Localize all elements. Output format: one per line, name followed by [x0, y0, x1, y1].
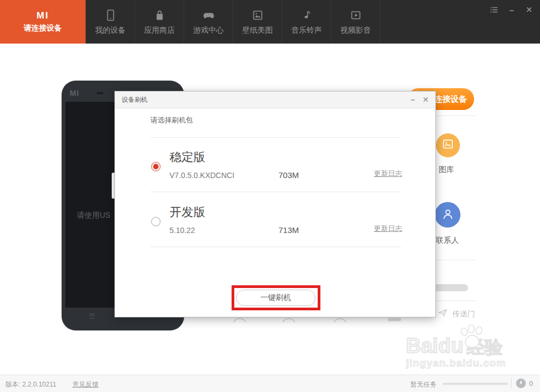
task-progress-track[interactable]: [442, 383, 508, 385]
nav-tabs: 我的设备 应用商店 游戏中心 壁纸美图: [86, 0, 380, 44]
contacts-label: 联系人: [436, 236, 459, 246]
portal-label: 传送门: [452, 309, 475, 319]
mi-pc-suite-window: MI 请连接设备 我的设备 应用商店 游戏中心: [0, 0, 540, 392]
contacts-icon: [440, 206, 456, 224]
scrollbar-thumb[interactable]: [433, 284, 468, 291]
tab-label: 游戏中心: [193, 26, 224, 35]
radio-stable-selected[interactable]: [151, 162, 161, 171]
baidu-jingyan-watermark: Baidu 经验 jingyan.baidu.com: [406, 335, 539, 368]
tab-video[interactable]: 视频影音: [331, 0, 380, 44]
status-bar: 版本: 2.2.0.10211 意见反馈 暂无任务 0: [0, 375, 540, 392]
tab-my-device[interactable]: 我的设备: [86, 0, 135, 44]
one-click-flash-button[interactable]: 一键刷机: [236, 290, 315, 306]
contacts-button[interactable]: [435, 202, 460, 228]
rom-size: 713M: [278, 225, 299, 235]
flash-device-dialog: 设备刷机 – ✕ 请选择刷机包 稳定版 V7.0.5.0.KXDCNCI 703…: [114, 91, 436, 317]
dialog-minimize-button[interactable]: –: [410, 95, 415, 104]
top-navigation-bar: MI 请连接设备 我的设备 应用商店 游戏中心: [0, 0, 540, 44]
radio-developer[interactable]: [151, 217, 161, 226]
tab-label: 我的设备: [95, 26, 126, 35]
paper-plane-icon: [438, 308, 448, 320]
divider: [511, 379, 512, 388]
download-arrow-icon: [518, 378, 524, 388]
gallery-label: 图库: [439, 165, 454, 175]
usb-hint-text: 请使用US: [77, 211, 110, 220]
tab-app-store[interactable]: 应用商店: [135, 0, 184, 44]
window-minimize-button[interactable]: –: [505, 4, 518, 15]
device-icon: [104, 9, 117, 22]
window-controls: – ✕: [488, 4, 536, 15]
gallery-button[interactable]: [436, 133, 460, 157]
tab-music[interactable]: 音乐铃声: [282, 0, 331, 44]
task-status-label: 暂无任务: [410, 380, 436, 389]
phone-menu-softkey-icon: [89, 314, 95, 318]
dialog-title: 设备刷机: [122, 95, 148, 105]
tab-connect-device-active[interactable]: MI 请连接设备: [0, 0, 86, 44]
baidu-paw-icon: [458, 324, 487, 350]
dialog-close-button[interactable]: ✕: [422, 95, 429, 104]
tab-wallpaper[interactable]: 壁纸美图: [233, 0, 282, 44]
download-manager-button[interactable]: [516, 378, 526, 388]
tab-game-center[interactable]: 游戏中心: [184, 0, 233, 44]
mi-logo: MI: [37, 10, 49, 21]
divider: [150, 247, 401, 247]
dialog-controls: – ✕: [410, 95, 429, 104]
phone-speaker: [96, 92, 104, 94]
tab-label: 音乐铃声: [292, 26, 322, 35]
window-close-button[interactable]: ✕: [523, 4, 536, 15]
changelog-link[interactable]: 更新日志: [374, 224, 402, 234]
rom-version: V7.0.5.0.KXDCNCI: [169, 171, 234, 180]
window-menu-icon[interactable]: [488, 4, 501, 15]
connect-device-status-label: 请连接设备: [24, 23, 62, 33]
hidden-icon-arc: [333, 318, 348, 322]
choose-rom-prompt: 请选择刷机包: [150, 115, 193, 125]
phone-mi-logo: MI: [70, 89, 80, 97]
hidden-icon-arc: [282, 318, 297, 322]
watermark-brand-text: Baidu: [406, 335, 464, 356]
divider: [430, 260, 476, 260]
wallpaper-icon: [251, 9, 264, 22]
download-count: 0: [529, 379, 533, 388]
watermark-url-text: jingyan.baidu.com: [406, 358, 539, 368]
portal-button[interactable]: 传送门: [438, 308, 475, 320]
divider: [150, 137, 401, 138]
hidden-icon-fragment: [388, 318, 401, 321]
music-icon: [300, 9, 313, 22]
rom-name: 稳定版: [169, 149, 205, 166]
hidden-icon-arc: [233, 318, 248, 322]
store-icon: [153, 9, 166, 22]
rom-name: 开发版: [169, 204, 205, 220]
dialog-titlebar[interactable]: 设备刷机 – ✕: [115, 91, 435, 108]
rom-size: 703M: [278, 170, 299, 180]
divider: [430, 301, 476, 301]
gallery-icon: [441, 137, 455, 154]
tab-label: 应用商店: [144, 26, 175, 35]
game-icon: [202, 9, 216, 22]
rom-version: 5.10.22: [169, 226, 195, 235]
tab-label: 视频影音: [341, 26, 371, 35]
feedback-link[interactable]: 意见反馈: [72, 380, 99, 389]
version-label: 版本: 2.2.0.10211: [5, 380, 56, 389]
divider: [150, 192, 401, 192]
tab-label: 壁纸美图: [242, 26, 273, 35]
video-icon: [349, 9, 362, 22]
changelog-link[interactable]: 更新日志: [374, 169, 402, 179]
